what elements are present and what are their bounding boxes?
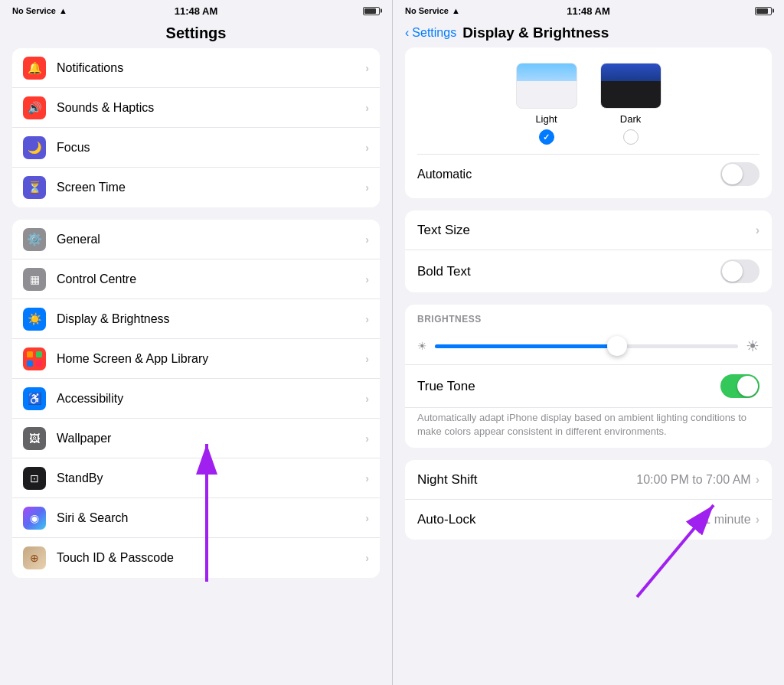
battery-icon (363, 7, 380, 15)
right-panel: No Service ▲ 11:48 AM ‹ Settings Display… (392, 0, 784, 685)
night-shift-section: Night Shift 10:00 PM to 7:00 AM › Auto-L… (405, 460, 772, 540)
bold-text-toggle-knob (722, 261, 743, 282)
back-arrow-icon[interactable]: ‹ (405, 26, 409, 40)
svg-rect-0 (27, 351, 33, 357)
wallpaper-icon: 🖼 (23, 427, 46, 450)
homescreen-label: Home Screen & App Library (57, 352, 354, 366)
left-page-title: Settings (12, 24, 380, 42)
right-battery-icon (755, 7, 772, 15)
light-thumb (516, 63, 577, 109)
homescreen-icon (23, 347, 46, 370)
svg-rect-1 (36, 351, 42, 357)
right-status-bar: No Service ▲ 11:48 AM (393, 0, 784, 21)
back-label[interactable]: Settings (412, 26, 456, 40)
wallpaper-icon-symbol: 🖼 (29, 432, 40, 445)
wifi-icon: ▲ (59, 6, 67, 15)
notifications-chevron: › (365, 62, 369, 74)
standby-icon-symbol: ⊡ (30, 472, 39, 484)
true-tone-description: Automatically adapt iPhone display based… (405, 408, 772, 448)
sirisearch-chevron: › (365, 512, 369, 524)
notifications-icon-symbol: 🔔 (28, 61, 42, 75)
right-page-title: Display & Brightness (462, 24, 609, 41)
sounds-chevron: › (365, 102, 369, 114)
appearance-dark-option[interactable]: Dark (600, 63, 662, 145)
bold-text-row[interactable]: Bold Text (405, 250, 772, 292)
displaybrightness-icon-symbol: ☀️ (28, 312, 42, 326)
bold-text-toggle[interactable] (720, 259, 760, 283)
controlcentre-icon-symbol: ▦ (30, 273, 40, 285)
settings-row-sounds[interactable]: 🔊 Sounds & Haptics › (12, 88, 380, 128)
dark-thumb (600, 63, 662, 109)
true-tone-toggle[interactable] (720, 374, 760, 398)
sounds-icon: 🔊 (23, 96, 46, 119)
appearance-section: Light Dark Automatic (405, 47, 772, 198)
standby-label: StandBy (57, 471, 354, 485)
left-nav-header: Settings (0, 21, 392, 48)
night-shift-chevron: › (756, 473, 760, 487)
general-icon: ⚙️ (23, 228, 46, 251)
brightness-section-label: BRIGHTNESS (405, 305, 772, 331)
right-panel-wrapper: No Service ▲ 11:48 AM ‹ Settings Display… (392, 0, 784, 685)
settings-row-controlcentre[interactable]: ▦ Control Centre › (12, 259, 380, 299)
settings-row-sirisearch[interactable]: ◉ Siri & Search › (12, 498, 380, 538)
right-settings-content[interactable]: Light Dark Automatic (393, 47, 784, 685)
right-nav-header: ‹ Settings Display & Brightness (393, 21, 784, 47)
screentime-chevron: › (365, 181, 369, 194)
brightness-track[interactable] (435, 344, 738, 348)
brightness-thumb[interactable] (607, 336, 627, 356)
settings-row-notifications[interactable]: 🔔 Notifications › (12, 48, 380, 88)
brightness-slider-row[interactable]: ☀ ☀ (405, 331, 772, 365)
standby-chevron: › (365, 472, 369, 484)
settings-row-focus[interactable]: 🌙 Focus › (12, 128, 380, 168)
settings-row-standby[interactable]: ⊡ StandBy › (12, 458, 380, 498)
svg-rect-3 (36, 360, 42, 367)
settings-row-screentime[interactable]: ⏳ Screen Time › (12, 168, 380, 207)
automatic-toggle-knob (722, 164, 743, 184)
true-tone-row[interactable]: True Tone (405, 365, 772, 408)
right-time: 11:48 AM (567, 5, 610, 17)
accessibility-icon: ♿ (23, 387, 46, 410)
accessibility-label: Accessibility (57, 392, 354, 406)
settings-row-accessibility[interactable]: ♿ Accessibility › (12, 379, 380, 419)
automatic-label: Automatic (417, 168, 720, 181)
controlcentre-chevron: › (365, 273, 369, 285)
homescreen-icon-svg (26, 351, 43, 367)
settings-row-general[interactable]: ⚙️ General › (12, 220, 380, 259)
left-settings-content[interactable]: 🔔 Notifications › 🔊 Sounds & Haptics › 🌙… (0, 48, 392, 685)
sirisearch-icon-symbol: ◉ (30, 512, 39, 524)
homescreen-chevron: › (365, 353, 369, 365)
screentime-label: Screen Time (57, 181, 354, 194)
settings-row-touchid[interactable]: ⊕ Touch ID & Passcode › (12, 538, 380, 578)
right-signal: No Service ▲ (405, 6, 460, 15)
accessibility-chevron: › (365, 393, 369, 405)
displaybrightness-icon: ☀️ (23, 308, 46, 331)
settings-group-1: 🔔 Notifications › 🔊 Sounds & Haptics › 🌙… (12, 48, 380, 207)
focus-chevron: › (365, 142, 369, 154)
touchid-chevron: › (365, 552, 369, 564)
light-radio[interactable] (539, 129, 554, 145)
auto-lock-label: Auto-Lock (417, 512, 704, 527)
settings-row-displaybrightness[interactable]: ☀️ Display & Brightness › (12, 299, 380, 339)
dark-label: Dark (620, 113, 641, 125)
left-signal: No Service ▲ (12, 6, 67, 15)
automatic-toggle[interactable] (720, 162, 760, 186)
text-size-row[interactable]: Text Size › (405, 210, 772, 250)
auto-lock-row[interactable]: Auto-Lock 1 minute › (405, 500, 772, 540)
left-battery (363, 7, 380, 15)
dark-radio[interactable] (623, 129, 639, 145)
signal-text: No Service (12, 6, 56, 15)
general-label: General (57, 233, 354, 246)
focus-icon-symbol: 🌙 (28, 141, 42, 155)
night-shift-row[interactable]: Night Shift 10:00 PM to 7:00 AM › (405, 460, 772, 500)
focus-icon: 🌙 (23, 136, 46, 159)
settings-row-homescreen[interactable]: Home Screen & App Library › (12, 339, 380, 379)
touchid-icon: ⊕ (23, 546, 46, 569)
sounds-label: Sounds & Haptics (57, 101, 354, 115)
right-battery (755, 7, 772, 15)
settings-row-wallpaper[interactable]: 🖼 Wallpaper › (12, 419, 380, 458)
controlcentre-icon: ▦ (23, 268, 46, 291)
appearance-light-option[interactable]: Light (516, 63, 577, 145)
automatic-row: Automatic (417, 154, 760, 189)
settings-group-2: ⚙️ General › ▦ Control Centre › ☀️ Displ… (12, 220, 380, 578)
auto-lock-value: 1 minute (704, 513, 750, 527)
